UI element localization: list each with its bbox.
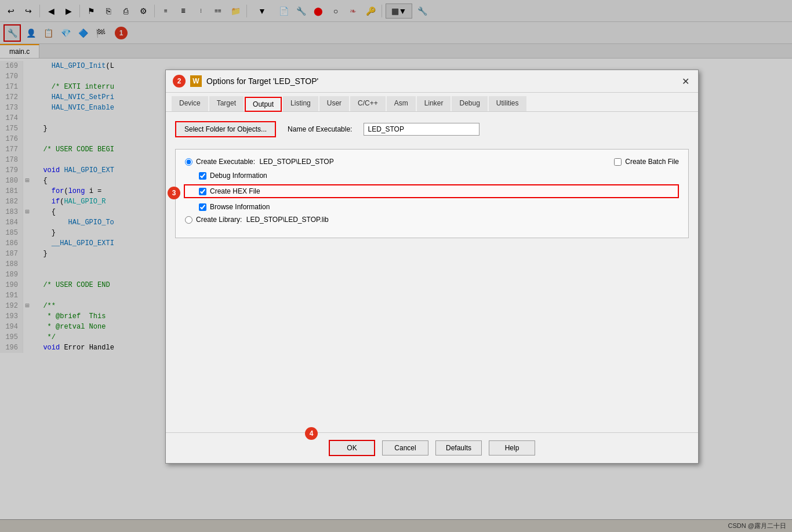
debug-info-checkbox[interactable] [199,172,206,180]
dialog-title-text: Options for Target 'LED_STOP' [206,76,318,86]
browse-info-row: Browse Information [185,203,679,211]
tab-target[interactable]: Target [209,96,244,111]
dialog-footer: 4 OK Cancel Defaults Help [166,432,698,463]
options-dialog: 2 W Options for Target 'LED_STOP' ✕ Devi… [165,70,699,464]
ok-button[interactable]: OK [329,440,375,456]
create-batch-label: Create Batch File [625,158,679,166]
tab-linker[interactable]: Linker [417,96,451,111]
tab-output[interactable]: Output [245,97,282,112]
select-folder-button[interactable]: Select Folder for Objects... [175,121,276,137]
tab-utilities[interactable]: Utilities [489,96,526,111]
ide-window: ↩ ↪ ◀ ▶ ⚑ ⎘ ⎙ ⚙ ≡ ≣ ⁝ ≡≡ 📁 ▼ 📄 🔧 ⬤ ○ ❧ 🔑… [0,0,792,532]
create-exec-label: Create Executable: LED_STOP\LED_STOP [196,158,334,166]
dialog-tab-bar: Device Target Output Listing User C/C++ [166,93,698,112]
tab-asm[interactable]: Asm [387,96,416,111]
tab-cpp[interactable]: C/C++ [350,96,386,111]
modal-overlay: 2 W Options for Target 'LED_STOP' ✕ Devi… [0,0,792,532]
tab-user[interactable]: User [319,96,349,111]
tab-debug[interactable]: Debug [452,96,487,111]
create-lib-row: Create Library: LED_STOP\LED_STOP.lib [185,216,679,224]
name-of-exec-input[interactable] [364,123,479,136]
help-button[interactable]: Help [489,440,535,456]
cancel-button[interactable]: Cancel [382,440,428,456]
dialog-title: 2 W Options for Target 'LED_STOP' [173,75,318,88]
output-row1: Select Folder for Objects... Name of Exe… [175,121,689,137]
close-button[interactable]: ✕ [680,75,691,87]
create-exec-radio[interactable] [185,158,192,166]
create-hex-row: 3 Create HEX File [184,184,679,198]
browse-info-checkbox[interactable] [199,203,206,211]
title-icon: W [190,75,202,87]
debug-info-row: Debug Information [185,172,679,180]
dialog-body: Select Folder for Objects... Name of Exe… [166,112,698,432]
debug-info-label: Debug Information [210,172,267,180]
badge-4: 4 [305,427,318,440]
defaults-button[interactable]: Defaults [435,440,482,456]
tab-listing[interactable]: Listing [283,96,318,111]
create-hex-checkbox[interactable] [199,188,206,195]
name-of-exec-label: Name of Executable: [288,125,352,133]
create-batch-option: Create Batch File [614,158,679,166]
create-batch-checkbox[interactable] [614,158,622,166]
options-box: Create Executable: LED_STOP\LED_STOP Cre… [175,149,689,238]
badge-3: 3 [168,187,180,199]
create-lib-radio[interactable] [185,216,192,224]
browse-info-label: Browse Information [210,203,270,211]
create-hex-label: Create HEX File [210,187,260,195]
dialog-titlebar: 2 W Options for Target 'LED_STOP' ✕ [166,70,698,93]
badge-2: 2 [173,75,186,88]
create-lib-label: Create Library: LED_STOP\LED_STOP.lib [196,216,329,224]
tab-device[interactable]: Device [172,96,208,111]
create-exec-row: Create Executable: LED_STOP\LED_STOP Cre… [185,158,679,166]
